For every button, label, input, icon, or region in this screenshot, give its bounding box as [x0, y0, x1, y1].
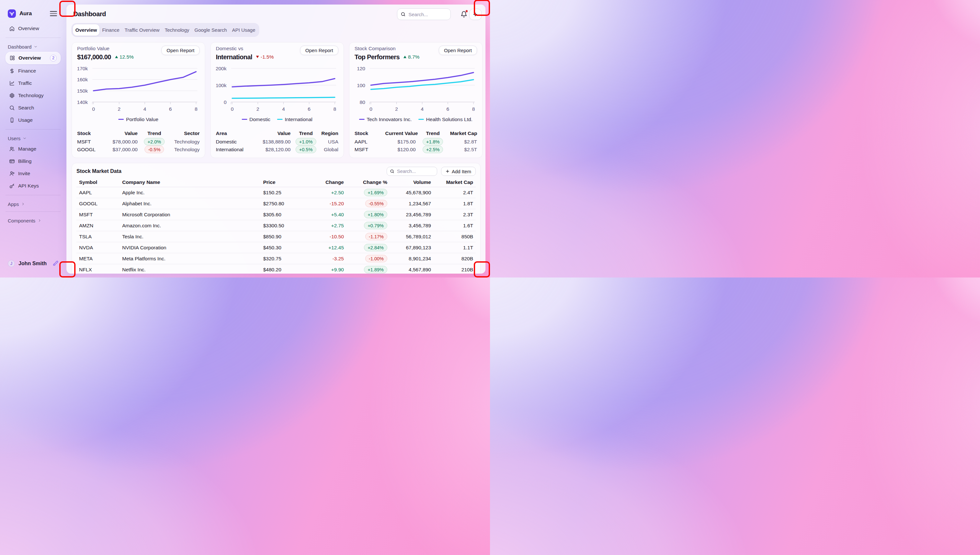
- sidebar-item-billing[interactable]: Billing: [5, 155, 61, 167]
- svg-text:4: 4: [421, 106, 423, 111]
- aura-logo-icon: [8, 10, 16, 18]
- annotation-box-top-left: [59, 1, 76, 17]
- chevron-right-icon: [38, 218, 42, 223]
- chart-icon: [9, 80, 15, 86]
- chevron-down-icon: [34, 45, 38, 48]
- chart-card-0: Portfolio Value$167,000.0012.5%Open Repo…: [72, 42, 205, 158]
- svg-text:6: 6: [169, 106, 172, 111]
- svg-text:4: 4: [143, 106, 146, 111]
- chart-cards-row: Portfolio Value$167,000.0012.5%Open Repo…: [72, 42, 481, 158]
- tab-traffic-overview[interactable]: Traffic Overview: [122, 24, 163, 35]
- sidebar-section-dashboard[interactable]: Dashboard: [5, 42, 61, 51]
- search-icon: [401, 12, 406, 17]
- svg-text:150k: 150k: [77, 88, 88, 93]
- tab-overview[interactable]: Overview: [73, 24, 100, 35]
- sidebar: Aura OverviewDashboardOverview2FinanceTr…: [0, 0, 66, 278]
- stock-table-row[interactable]: AMZNAmazon.com Inc.$3300.50+2.75+0.79%3,…: [76, 220, 476, 231]
- sidebar-item-search[interactable]: Search: [5, 102, 61, 114]
- stock-table-header: SymbolCompany NamePriceChangeChange %Vol…: [76, 178, 476, 187]
- stock-table-row[interactable]: MSFTMicrosoft Corporation$305.60+5.40+1.…: [76, 209, 476, 220]
- tab-api-usage[interactable]: API Usage: [229, 24, 258, 35]
- svg-text:2: 2: [395, 106, 398, 111]
- tab-finance[interactable]: Finance: [100, 24, 122, 35]
- sidebar-item-invite[interactable]: Invite: [5, 167, 61, 180]
- stock-table-row[interactable]: NVDANVIDIA Corporation$450.30+12.45+2.84…: [76, 242, 476, 253]
- card-delta: -1.5%: [256, 54, 274, 60]
- stock-table-row[interactable]: NFLXNetflix Inc.$480.20+9.90+1.89%4,567,…: [76, 264, 476, 274]
- sidebar-item-usage[interactable]: Usage: [5, 114, 61, 126]
- svg-text:160k: 160k: [77, 77, 88, 82]
- phone-icon: [9, 117, 15, 123]
- card-headline: $167,000.00: [77, 53, 111, 61]
- svg-text:2: 2: [117, 106, 121, 111]
- layout-icon: [10, 55, 15, 61]
- tab-technology[interactable]: Technology: [162, 24, 192, 35]
- open-report-button[interactable]: Open Report: [439, 46, 477, 55]
- sidebar-section-users[interactable]: Users: [5, 134, 61, 143]
- svg-text:0: 0: [92, 106, 95, 111]
- sidebar-section-apps[interactable]: Apps: [5, 199, 61, 209]
- sidebar-item-traffic[interactable]: Traffic: [5, 77, 61, 89]
- stock-table-row[interactable]: METAMeta Platforms Inc.$320.75-3.25-1.00…: [76, 253, 476, 264]
- sidebar-item-manage[interactable]: Manage: [5, 143, 61, 155]
- card-table-row: MSFT$78,000.00+2.0%Technology: [77, 138, 200, 146]
- card-title: Stock Comparison: [354, 46, 419, 51]
- notification-dot: [466, 10, 468, 12]
- tab-google-search[interactable]: Google Search: [192, 24, 229, 35]
- dollar-icon: [9, 68, 15, 74]
- line-chart: 140k150k160k170k02468: [77, 63, 200, 111]
- sidebar-item-finance[interactable]: Finance: [5, 65, 61, 77]
- home-icon: [9, 26, 15, 31]
- sidebar-section-components[interactable]: Components: [5, 216, 61, 225]
- cpu-icon: [9, 93, 15, 98]
- user-footer[interactable]: J John Smith: [5, 260, 61, 267]
- card-table: AreaValueTrendRegionDomestic$138,889.00+…: [216, 130, 338, 154]
- svg-text:0: 0: [369, 106, 372, 111]
- theme-brush-icon[interactable]: [53, 260, 58, 267]
- svg-text:8: 8: [333, 106, 336, 111]
- card-table: StockCurrent ValueTrendMarket CapAAPL$17…: [354, 130, 477, 154]
- avatar: J: [8, 260, 15, 267]
- sidebar-item-overview[interactable]: Overview2: [5, 52, 61, 64]
- chevron-right-icon: [21, 202, 25, 206]
- stock-market-card: Stock Market Data Search... Add Item Sym…: [72, 163, 481, 274]
- card-table-row: AAPL$175.00+1.8%$2.8T: [354, 138, 477, 146]
- chart-card-2: Stock ComparisonTop Performers8.7%Open R…: [349, 42, 483, 158]
- chart-legend: Portfolio Value: [77, 117, 200, 122]
- svg-text:6: 6: [447, 106, 449, 111]
- add-item-button[interactable]: Add Item: [441, 167, 476, 176]
- card-icon: [9, 158, 15, 164]
- stock-table-row[interactable]: TSLATesla Inc.$850.90-10.50-1.17%56,789,…: [76, 231, 476, 242]
- sidebar-item-api-keys[interactable]: API Keys: [5, 180, 61, 192]
- chart-legend: DomesticInternational: [216, 117, 338, 122]
- line-chart: 8010012002468: [354, 63, 477, 111]
- svg-text:4: 4: [282, 106, 285, 111]
- card-title: Domestic vs: [216, 46, 274, 51]
- notifications-button[interactable]: [460, 11, 467, 18]
- tab-bar: OverviewFinanceTraffic OverviewTechnolog…: [71, 23, 259, 37]
- header-search-input[interactable]: Search...: [397, 8, 451, 20]
- svg-text:140k: 140k: [77, 99, 88, 104]
- stock-table-row[interactable]: GOOGLAlphabet Inc.$2750.80-15.20-0.55%1,…: [76, 198, 476, 209]
- chart-legend: Tech Innovators Inc.Health Solutions Ltd…: [354, 117, 477, 122]
- open-report-button[interactable]: Open Report: [161, 46, 200, 55]
- svg-text:0: 0: [224, 99, 227, 104]
- search-placeholder: Search...: [409, 12, 428, 17]
- svg-text:200k: 200k: [216, 66, 227, 71]
- svg-text:80: 80: [360, 99, 365, 104]
- svg-text:8: 8: [472, 106, 475, 111]
- card-table-row: Domestic$138,889.00+1.0%USA: [216, 138, 338, 146]
- sidebar-item-overview[interactable]: Overview: [5, 22, 61, 35]
- svg-text:6: 6: [308, 106, 311, 111]
- stock-search-placeholder: Search...: [397, 169, 416, 174]
- sidebar-toggle-icon[interactable]: [50, 11, 57, 16]
- logo-row: Aura: [8, 10, 57, 18]
- open-report-button[interactable]: Open Report: [300, 46, 338, 55]
- header-actions: Search...: [397, 8, 481, 20]
- stock-search-input[interactable]: Search...: [386, 167, 437, 176]
- key-icon: [9, 183, 15, 189]
- svg-text:8: 8: [195, 106, 198, 111]
- stock-table-row[interactable]: AAPLApple Inc.$150.25+2.50+1.69%45,678,9…: [76, 187, 476, 198]
- sidebar-item-technology[interactable]: Technology: [5, 89, 61, 102]
- stock-section-title: Stock Market Data: [76, 168, 386, 174]
